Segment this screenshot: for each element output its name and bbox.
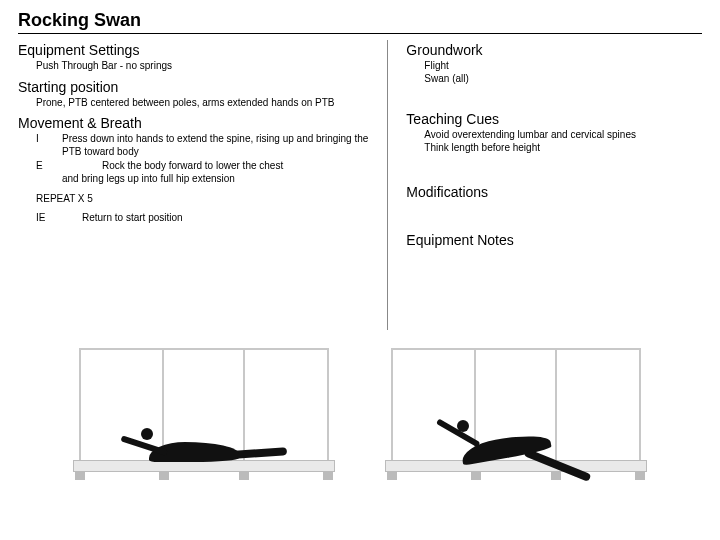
breath-text-line: Rock the body forward to lower the chest xyxy=(62,160,377,173)
breath-row-exhale: E Rock the body forward to lower the che… xyxy=(36,160,377,185)
breath-text: Return to start position xyxy=(82,212,377,225)
groundwork-line: Swan (all) xyxy=(424,73,702,86)
two-column-layout: Equipment Settings Push Through Bar - no… xyxy=(18,40,702,330)
modifications-heading: Modifications xyxy=(406,184,702,200)
cue-line: Think length before height xyxy=(424,142,702,155)
page-title: Rocking Swan xyxy=(18,10,702,34)
groundwork-heading: Groundwork xyxy=(406,42,702,58)
breath-text: Rock the body forward to lower the chest… xyxy=(62,160,377,185)
teaching-cues-heading: Teaching Cues xyxy=(406,111,702,127)
groundwork-line: Flight xyxy=(424,60,702,73)
teaching-cues-body: Avoid overextending lumbar and cervical … xyxy=(424,129,702,154)
repeat-count: REPEAT X 5 xyxy=(36,193,377,204)
equipment-settings-heading: Equipment Settings xyxy=(18,42,377,58)
movement-breath-heading: Movement & Breath xyxy=(18,115,377,131)
breath-row-inhale: I Press down into hands to extend the sp… xyxy=(36,133,377,158)
right-column: Groundwork Flight Swan (all) Teaching Cu… xyxy=(387,40,702,330)
exercise-figure-start xyxy=(69,340,339,480)
breath-row-return: IE Return to start position xyxy=(36,212,377,225)
equipment-settings-body: Push Through Bar - no springs xyxy=(36,60,377,73)
breath-key: E xyxy=(36,160,62,185)
breath-text: Press down into hands to extend the spin… xyxy=(62,133,377,158)
equipment-notes-heading: Equipment Notes xyxy=(406,232,702,248)
starting-position-body: Prone, PTB centered between poles, arms … xyxy=(36,97,377,110)
figure-row xyxy=(18,340,702,480)
breath-text-line: and bring legs up into full hip extensio… xyxy=(62,173,235,184)
groundwork-body: Flight Swan (all) xyxy=(424,60,702,85)
left-column: Equipment Settings Push Through Bar - no… xyxy=(18,40,387,330)
breath-key: I xyxy=(36,133,62,158)
starting-position-heading: Starting position xyxy=(18,79,377,95)
cue-line: Avoid overextending lumbar and cervical … xyxy=(424,129,702,142)
breath-key: IE xyxy=(36,212,82,225)
exercise-figure-extended xyxy=(381,340,651,480)
